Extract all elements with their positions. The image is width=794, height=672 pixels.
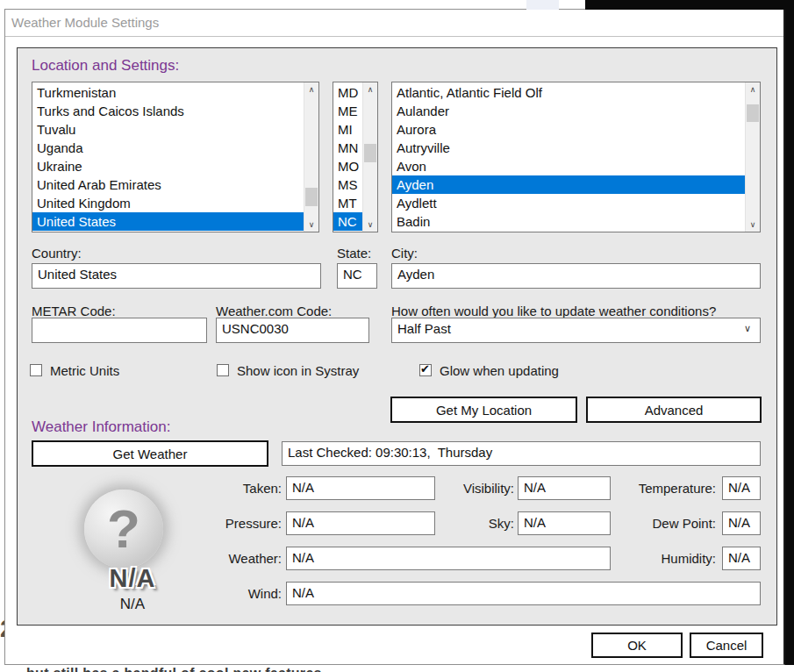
list-item[interactable]: United Kingdom [32,194,304,212]
list-item[interactable]: NC [333,212,362,231]
get-my-location-button[interactable]: Get My Location [390,397,577,423]
list-item[interactable]: MO [333,157,362,175]
weather-information-heading: Weather Information: [32,418,170,436]
metar-code-input[interactable] [32,318,207,343]
dew-point-label: Dew Point: [615,516,716,531]
list-item[interactable]: Aydlett [392,194,745,212]
list-item[interactable]: Turks and Caicos Islands [32,102,304,120]
weather-label: Weather: [203,551,282,566]
state-list-scrollbar[interactable]: ∧ ∨ [362,82,377,232]
scroll-up-icon[interactable]: ∧ [304,82,318,97]
list-item[interactable]: Badin [392,212,745,231]
list-item[interactable]: United Arab Emirates [32,175,304,194]
wind-label: Wind: [203,586,282,601]
list-item[interactable]: Ukraine [32,157,304,175]
scroll-thumb[interactable] [364,144,376,162]
dew-point-value[interactable]: N/A [722,511,761,535]
list-item[interactable]: MI [333,120,362,139]
country-label: Country: [32,246,82,261]
list-item[interactable]: Tuvalu [32,120,304,139]
country-list-scrollbar[interactable]: ∧ ∨ [304,82,318,232]
ok-button[interactable]: OK [591,633,683,658]
wind-value[interactable]: N/A [286,582,761,605]
city-list-items: Atlantic, Atlantic Field OlfAulanderAuro… [392,83,745,232]
temperature-value[interactable]: N/A [722,476,761,500]
list-item[interactable]: MT [333,194,362,212]
weather-value[interactable]: N/A [286,547,611,570]
list-item[interactable]: Aulander [392,102,745,120]
location-settings-heading: Location and Settings: [32,57,179,75]
title-separator [5,36,783,37]
pressure-value[interactable]: N/A [286,511,435,535]
list-item[interactable]: Turkmenistan [32,83,304,102]
weather-module-settings-dialog: Weather Module Settings Location and Set… [4,9,785,665]
weather-unknown-icon: ? [84,490,163,568]
list-item[interactable]: Autryville [392,139,745,157]
get-weather-button[interactable]: Get Weather [32,440,268,467]
background-dark-strip-top [585,0,794,10]
update-frequency-select[interactable]: Half Past ∨ [391,318,761,343]
checkbox-box[interactable]: ✔ [419,364,432,376]
humidity-label: Humidity: [615,551,716,566]
list-item[interactable]: MN [333,139,362,157]
state-list-items: MDMEMIMNMOMSMTNC [333,83,362,232]
list-item[interactable]: United States [32,212,304,231]
humidity-value[interactable]: N/A [722,547,761,570]
weather-com-code-label: Weather.com Code: [216,304,332,318]
dialog-title: Weather Module Settings [11,15,159,30]
update-frequency-value: Half Past [397,321,451,336]
list-item[interactable]: MS [333,175,362,194]
city-label: City: [391,246,418,261]
scroll-up-icon[interactable]: ∧ [363,82,377,97]
systray-icon-label: Show icon in Systray [237,363,359,378]
city-list-scrollbar[interactable]: ∧ ∨ [745,82,760,232]
visibility-label: Visibility: [435,481,514,496]
glow-when-updating-label: Glow when updating [440,363,559,378]
metric-units-label: Metric Units [50,363,119,378]
visibility-value[interactable]: N/A [518,476,611,500]
background-dark-strip-right [785,0,794,665]
list-item[interactable]: Aurora [392,120,745,139]
city-listbox[interactable]: Atlantic, Atlantic Field OlfAulanderAuro… [391,82,761,232]
country-listbox[interactable]: TurkmenistanTurks and Caicos IslandsTuva… [32,82,319,232]
metric-units-checkbox[interactable]: ✔ Metric Units [30,363,119,377]
state-input[interactable]: NC [337,263,377,289]
scroll-down-icon[interactable]: ∨ [363,218,377,232]
list-item[interactable]: Ayden [392,175,745,194]
weather-com-code-input[interactable]: USNC0030 [216,318,369,343]
country-input[interactable]: United States [32,263,321,289]
sky-value[interactable]: N/A [518,511,611,535]
metar-code-label: METAR Code: [32,304,116,318]
list-item[interactable]: MD [333,83,362,102]
glow-when-updating-checkbox[interactable]: ✔ Glow when updating [419,363,559,377]
weather-status-small: N/A [84,596,181,613]
scroll-down-icon[interactable]: ∨ [746,218,760,232]
checkbox-box[interactable]: ✔ [30,364,42,376]
scroll-thumb[interactable] [747,104,759,122]
systray-icon-checkbox[interactable]: ✔ Show icon in Systray [217,363,359,377]
country-list-items: TurkmenistanTurks and Caicos IslandsTuva… [32,83,304,232]
state-listbox[interactable]: MDMEMIMNMOMSMTNC ∧ ∨ [333,82,378,232]
advanced-button[interactable]: Advanced [586,397,762,423]
checkbox-box[interactable]: ✔ [217,364,229,376]
question-mark-icon: ? [84,491,163,567]
list-item[interactable]: Avon [392,157,745,175]
city-input[interactable]: Ayden [391,263,761,289]
background-accent-strip [526,0,559,10]
list-item[interactable]: Uganda [32,139,304,157]
cancel-button[interactable]: Cancel [690,633,763,658]
scroll-thumb[interactable] [305,188,318,206]
taken-value[interactable]: N/A [286,476,435,500]
temperature-label: Temperature: [615,481,716,496]
chevron-down-icon[interactable]: ∨ [744,323,751,334]
list-item[interactable]: ME [333,102,362,120]
list-item[interactable]: Atlantic, Atlantic Field Olf [392,83,745,102]
update-frequency-label: How often would you like to update weath… [391,304,716,318]
background-clipped-text: but still has a handful of cool new feat… [26,666,570,672]
weather-status-big: N/A [84,564,181,593]
scroll-up-icon[interactable]: ∧ [746,82,760,97]
last-checked-status: Last Checked: 09:30:13, Thursday [282,441,761,466]
pressure-label: Pressure: [203,516,282,531]
scroll-down-icon[interactable]: ∨ [304,218,318,232]
taken-label: Taken: [203,481,282,496]
